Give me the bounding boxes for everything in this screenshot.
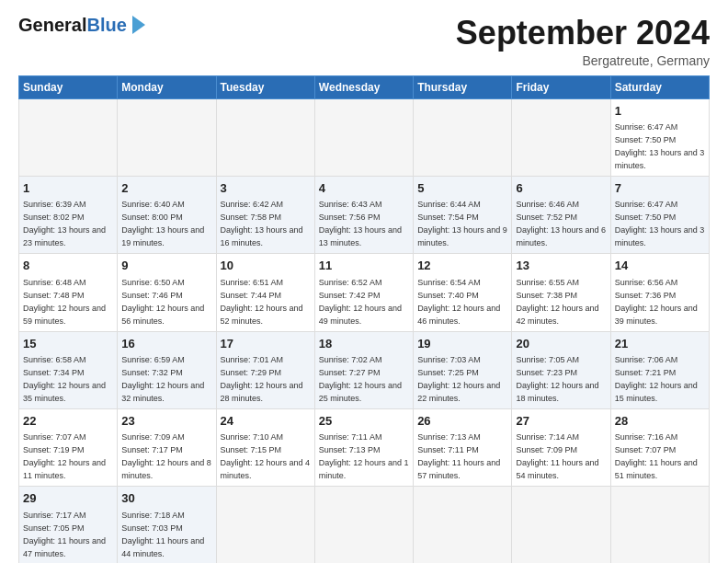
table-row bbox=[414, 98, 512, 176]
table-row: 4Sunrise: 6:43 AMSunset: 7:56 PMDaylight… bbox=[314, 176, 413, 253]
col-monday: Monday bbox=[118, 75, 216, 98]
logo: GeneralBlue bbox=[18, 15, 145, 36]
table-row bbox=[118, 98, 216, 176]
table-row bbox=[216, 487, 314, 563]
col-tuesday: Tuesday bbox=[216, 75, 314, 98]
table-row bbox=[216, 98, 314, 176]
table-row bbox=[19, 98, 118, 176]
page: GeneralBlue September 2024 Bergatreute, … bbox=[0, 0, 728, 563]
col-wednesday: Wednesday bbox=[314, 75, 413, 98]
table-row: 1Sunrise: 6:47 AMSunset: 7:50 PMDaylight… bbox=[610, 98, 709, 176]
table-row: 22Sunrise: 7:07 AMSunset: 7:19 PMDayligh… bbox=[19, 409, 118, 487]
table-row bbox=[314, 487, 413, 563]
table-row: 29Sunrise: 7:17 AMSunset: 7:05 PMDayligh… bbox=[19, 487, 118, 563]
location-subtitle: Bergatreute, Germany bbox=[456, 53, 710, 68]
table-row: 9Sunrise: 6:50 AMSunset: 7:46 PMDaylight… bbox=[118, 254, 216, 331]
table-row bbox=[414, 487, 512, 563]
logo-text: GeneralBlue bbox=[18, 15, 127, 36]
logo-icon bbox=[132, 16, 145, 34]
table-row: 17Sunrise: 7:01 AMSunset: 7:29 PMDayligh… bbox=[216, 331, 314, 408]
table-row: 15Sunrise: 6:58 AMSunset: 7:34 PMDayligh… bbox=[19, 331, 118, 408]
calendar-table: Sunday Monday Tuesday Wednesday Thursday… bbox=[18, 75, 710, 563]
table-row: 12Sunrise: 6:54 AMSunset: 7:40 PMDayligh… bbox=[414, 254, 512, 331]
table-row: 7Sunrise: 6:47 AMSunset: 7:50 PMDaylight… bbox=[610, 176, 709, 253]
table-row: 28Sunrise: 7:16 AMSunset: 7:07 PMDayligh… bbox=[610, 409, 709, 487]
table-row: 10Sunrise: 6:51 AMSunset: 7:44 PMDayligh… bbox=[216, 254, 314, 331]
calendar-week-row: 29Sunrise: 7:17 AMSunset: 7:05 PMDayligh… bbox=[19, 487, 710, 563]
table-row: 26Sunrise: 7:13 AMSunset: 7:11 PMDayligh… bbox=[414, 409, 512, 487]
calendar-week-row: 1Sunrise: 6:47 AMSunset: 7:50 PMDaylight… bbox=[19, 98, 710, 176]
table-row: 19Sunrise: 7:03 AMSunset: 7:25 PMDayligh… bbox=[414, 331, 512, 408]
table-row: 27Sunrise: 7:14 AMSunset: 7:09 PMDayligh… bbox=[512, 409, 610, 487]
table-row: 11Sunrise: 6:52 AMSunset: 7:42 PMDayligh… bbox=[314, 254, 413, 331]
calendar-week-row: 1Sunrise: 6:39 AMSunset: 8:02 PMDaylight… bbox=[19, 176, 710, 253]
table-row: 5Sunrise: 6:44 AMSunset: 7:54 PMDaylight… bbox=[414, 176, 512, 253]
header: GeneralBlue September 2024 Bergatreute, … bbox=[18, 15, 710, 68]
table-row: 20Sunrise: 7:05 AMSunset: 7:23 PMDayligh… bbox=[512, 331, 610, 408]
table-row bbox=[314, 98, 413, 176]
table-row: 21Sunrise: 7:06 AMSunset: 7:21 PMDayligh… bbox=[610, 331, 709, 408]
table-row: 18Sunrise: 7:02 AMSunset: 7:27 PMDayligh… bbox=[314, 331, 413, 408]
table-row: 2Sunrise: 6:40 AMSunset: 8:00 PMDaylight… bbox=[118, 176, 216, 253]
table-row bbox=[610, 487, 709, 563]
table-row: 14Sunrise: 6:56 AMSunset: 7:36 PMDayligh… bbox=[610, 254, 709, 331]
table-row: 8Sunrise: 6:48 AMSunset: 7:48 PMDaylight… bbox=[19, 254, 118, 331]
calendar-week-row: 8Sunrise: 6:48 AMSunset: 7:48 PMDaylight… bbox=[19, 254, 710, 331]
table-row: 30Sunrise: 7:18 AMSunset: 7:03 PMDayligh… bbox=[118, 487, 216, 563]
table-row: 3Sunrise: 6:42 AMSunset: 7:58 PMDaylight… bbox=[216, 176, 314, 253]
calendar-week-row: 15Sunrise: 6:58 AMSunset: 7:34 PMDayligh… bbox=[19, 331, 710, 408]
table-row bbox=[512, 487, 610, 563]
col-saturday: Saturday bbox=[610, 75, 709, 98]
table-row: 1Sunrise: 6:39 AMSunset: 8:02 PMDaylight… bbox=[19, 176, 118, 253]
table-row: 25Sunrise: 7:11 AMSunset: 7:13 PMDayligh… bbox=[314, 409, 413, 487]
table-row: 16Sunrise: 6:59 AMSunset: 7:32 PMDayligh… bbox=[118, 331, 216, 408]
col-thursday: Thursday bbox=[414, 75, 512, 98]
table-row: 6Sunrise: 6:46 AMSunset: 7:52 PMDaylight… bbox=[512, 176, 610, 253]
title-block: September 2024 Bergatreute, Germany bbox=[456, 15, 710, 68]
calendar-header-row: Sunday Monday Tuesday Wednesday Thursday… bbox=[19, 75, 710, 98]
calendar-week-row: 22Sunrise: 7:07 AMSunset: 7:19 PMDayligh… bbox=[19, 409, 710, 487]
table-row: 23Sunrise: 7:09 AMSunset: 7:17 PMDayligh… bbox=[118, 409, 216, 487]
col-friday: Friday bbox=[512, 75, 610, 98]
month-title: September 2024 bbox=[456, 15, 710, 52]
col-sunday: Sunday bbox=[19, 75, 118, 98]
table-row: 13Sunrise: 6:55 AMSunset: 7:38 PMDayligh… bbox=[512, 254, 610, 331]
table-row: 24Sunrise: 7:10 AMSunset: 7:15 PMDayligh… bbox=[216, 409, 314, 487]
table-row bbox=[512, 98, 610, 176]
